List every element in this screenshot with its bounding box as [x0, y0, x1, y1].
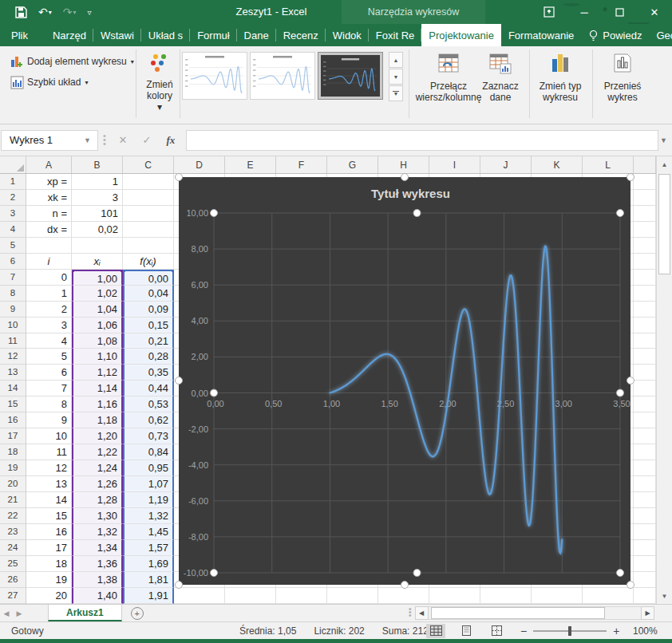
cell-A4[interactable]: dx =: [26, 222, 72, 238]
cell-C25[interactable]: 1,69: [123, 556, 174, 572]
horizontal-scrollbar[interactable]: ••• ◀ ▶: [409, 606, 654, 620]
cell-C20[interactable]: 1,07: [123, 476, 174, 492]
ribbon-tab-dane[interactable]: Dane: [237, 24, 276, 46]
ribbon-tab-wstawi[interactable]: Wstawi: [93, 24, 141, 46]
row-header-19[interactable]: 19: [0, 460, 26, 476]
ribbon-tab-projektowanie[interactable]: Projektowanie: [421, 24, 501, 46]
zoom-out-icon[interactable]: −: [520, 625, 527, 637]
cell-B19[interactable]: 1,24: [72, 460, 123, 476]
row-header-6[interactable]: 6: [0, 254, 26, 270]
select-all-corner[interactable]: [0, 156, 26, 173]
cell-C6[interactable]: f(xᵢ): [123, 254, 174, 270]
cell-C21[interactable]: 1,19: [123, 492, 174, 508]
ribbon-tab-powiedz[interactable]: Powiedz: [581, 24, 649, 46]
zoom-in-icon[interactable]: +: [613, 625, 619, 637]
cell-A22[interactable]: 15: [26, 508, 72, 524]
row-header-5[interactable]: 5: [0, 238, 26, 254]
cell-B23[interactable]: 1,32: [72, 524, 123, 540]
sheet-tab-arkusz1[interactable]: Arkusz1: [48, 605, 122, 621]
ribbon-tab-recenz[interactable]: Recenz: [276, 24, 326, 46]
row-header-17[interactable]: 17: [0, 428, 26, 444]
name-box[interactable]: Wykres 1 ▼: [1, 130, 98, 151]
cell-C2[interactable]: [123, 190, 174, 206]
scroll-up-icon[interactable]: ▲: [657, 156, 672, 172]
cell-A20[interactable]: 13: [26, 476, 72, 492]
row-header-11[interactable]: 11: [0, 333, 26, 349]
cell-C8[interactable]: 0,04: [123, 286, 174, 302]
column-header-J[interactable]: J: [480, 156, 532, 173]
row-header-18[interactable]: 18: [0, 444, 26, 460]
column-header-A[interactable]: A: [26, 156, 72, 173]
row-header-26[interactable]: 26: [0, 572, 26, 588]
close-button[interactable]: ✕: [637, 0, 672, 24]
cell-C9[interactable]: 0,09: [123, 302, 174, 318]
cell-A19[interactable]: 12: [26, 460, 72, 476]
cell-A18[interactable]: 11: [26, 444, 72, 460]
cell-B20[interactable]: 1,26: [72, 476, 123, 492]
ribbon-tab-formuł[interactable]: Formuł: [190, 24, 236, 46]
insert-function-icon[interactable]: fx: [159, 130, 183, 151]
customize-quick-access-icon[interactable]: ▿: [84, 3, 96, 21]
vertical-scroll-thumb[interactable]: [658, 174, 670, 274]
change-chart-type-button[interactable]: Zmień typ wykresu: [532, 53, 589, 103]
cell-C12[interactable]: 0,28: [123, 349, 174, 365]
cell-B10[interactable]: 1,06: [72, 318, 123, 333]
cell-C5[interactable]: [123, 238, 174, 254]
cell-A23[interactable]: 16: [26, 524, 72, 540]
cell-C16[interactable]: 0,62: [123, 412, 174, 428]
selection-handle[interactable]: [401, 174, 409, 181]
selection-handle[interactable]: [617, 210, 624, 217]
page-layout-view-button[interactable]: [457, 624, 476, 638]
change-colors-button[interactable]: Zmień kolory▾: [140, 53, 179, 112]
row-header-2[interactable]: 2: [0, 190, 26, 206]
selection-handle[interactable]: [413, 570, 421, 577]
cell-A25[interactable]: 18: [26, 556, 72, 572]
minimize-button[interactable]: ─: [567, 0, 602, 24]
cell-A11[interactable]: 4: [26, 333, 72, 349]
cell-B16[interactable]: 1,18: [72, 412, 123, 428]
selection-handle[interactable]: [176, 174, 183, 181]
cell-F27[interactable]: [276, 588, 327, 604]
cell-A3[interactable]: n =: [26, 206, 72, 222]
ribbon-tab-formatowanie[interactable]: Formatowanie: [501, 24, 581, 46]
zoom-slider-knob[interactable]: [568, 626, 571, 636]
cell-B5[interactable]: [72, 238, 123, 254]
selection-handle[interactable]: [627, 582, 634, 589]
row-header-10[interactable]: 10: [0, 318, 26, 333]
row-header-24[interactable]: 24: [0, 540, 26, 556]
formula-bar-expand-icon[interactable]: ▼: [660, 136, 667, 144]
cell-C19[interactable]: 0,95: [123, 460, 174, 476]
vertical-scrollbar[interactable]: ▲ ▼: [656, 156, 672, 604]
selection-handle[interactable]: [176, 377, 183, 385]
cell-A8[interactable]: 1: [26, 286, 72, 302]
cell-A10[interactable]: 3: [26, 318, 72, 333]
column-header-I[interactable]: I: [429, 156, 480, 173]
column-header-B[interactable]: B: [72, 156, 123, 173]
ribbon-display-options-icon[interactable]: [532, 0, 567, 24]
cell-C26[interactable]: 1,81: [123, 572, 174, 588]
cell-A26[interactable]: 19: [26, 572, 72, 588]
gallery-scroll-down-icon[interactable]: ▼: [389, 69, 403, 85]
row-header-3[interactable]: 3: [0, 206, 26, 222]
cell-C15[interactable]: 0,53: [123, 396, 174, 412]
selection-handle[interactable]: [176, 582, 183, 589]
selection-handle[interactable]: [627, 377, 634, 385]
cell-C27[interactable]: 1,91: [123, 588, 174, 604]
ribbon-tab-narzęd[interactable]: Narzęd: [45, 24, 93, 46]
row-header-25[interactable]: 25: [0, 556, 26, 572]
selection-handle[interactable]: [401, 582, 409, 589]
cell-C24[interactable]: 1,57: [123, 540, 174, 556]
scroll-right-icon[interactable]: ▶: [641, 606, 654, 620]
cell-H27[interactable]: [378, 588, 429, 604]
horizontal-scroll-thumb[interactable]: [431, 607, 605, 619]
ribbon-tab-plik[interactable]: Plik: [0, 24, 39, 46]
enter-icon[interactable]: ✓: [135, 130, 159, 151]
cell-L27[interactable]: [583, 588, 634, 604]
cell-B18[interactable]: 1,22: [72, 444, 123, 460]
sheet-nav-left-icon[interactable]: ◀: [0, 605, 13, 621]
cell-B4[interactable]: 0,02: [72, 222, 123, 238]
move-chart-button[interactable]: Przenieś wykres: [595, 53, 650, 103]
row-header-12[interactable]: 12: [0, 349, 26, 365]
row-header-20[interactable]: 20: [0, 476, 26, 492]
selection-handle[interactable]: [627, 174, 634, 181]
